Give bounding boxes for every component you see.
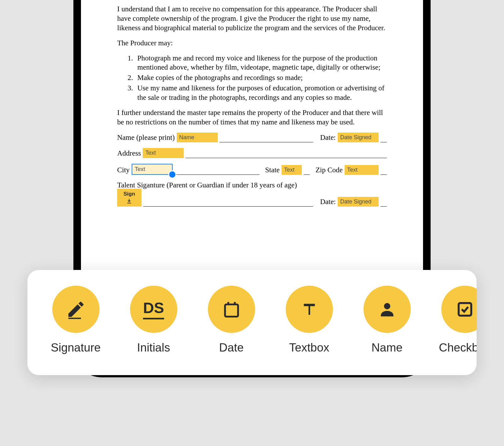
state-field-tag[interactable]: Text bbox=[282, 165, 302, 175]
name-underline bbox=[220, 142, 313, 142]
date-label: Date: bbox=[320, 133, 336, 142]
tool-label: Date bbox=[219, 341, 243, 354]
paragraph-producer-may: The Producer may: bbox=[117, 38, 387, 48]
zip-label: Zip Code bbox=[316, 165, 343, 175]
tool-label: Checkbox bbox=[439, 341, 477, 354]
address-underline bbox=[186, 158, 387, 158]
person-icon bbox=[364, 286, 411, 333]
address-field-tag[interactable]: Text bbox=[143, 148, 184, 158]
signature-icon bbox=[52, 286, 100, 333]
selection-handle[interactable] bbox=[168, 170, 176, 179]
svg-rect-1 bbox=[225, 305, 238, 317]
tool-name[interactable]: Name bbox=[348, 286, 426, 354]
tool-label: Name bbox=[371, 341, 403, 354]
tool-textbox[interactable]: Textbox bbox=[270, 286, 348, 354]
zip-underline bbox=[381, 174, 387, 175]
tool-label: Textbox bbox=[289, 341, 329, 354]
field-toolbar[interactable]: Signature DS Initials Date Textbox Name … bbox=[27, 270, 477, 375]
date-underline bbox=[381, 142, 387, 142]
signature-underline bbox=[143, 206, 313, 207]
date2-underline bbox=[381, 206, 387, 207]
tool-label: Signature bbox=[51, 341, 100, 354]
tool-date[interactable]: Date bbox=[192, 286, 270, 354]
paragraph-master-tape: I further understand the master tape rem… bbox=[117, 108, 387, 127]
list-item: Use my name and likeness for the purpose… bbox=[135, 83, 387, 102]
tool-signature[interactable]: Signature bbox=[37, 286, 115, 354]
svg-point-2 bbox=[384, 303, 390, 309]
download-icon bbox=[123, 198, 135, 205]
city-field-tag-selected[interactable]: Text bbox=[132, 164, 173, 175]
form-row-address: Address Text bbox=[117, 148, 387, 158]
checkbox-icon bbox=[441, 286, 477, 333]
svg-rect-0 bbox=[68, 318, 81, 319]
date-signed2-field-tag[interactable]: Date Signed bbox=[338, 197, 379, 207]
date-signed-field-tag[interactable]: Date Signed bbox=[338, 133, 379, 142]
document-content[interactable]: I understand that I am to receive no com… bbox=[81, 0, 423, 225]
producer-rights-list: Photograph me and record my voice and li… bbox=[135, 54, 387, 102]
state-label: State bbox=[265, 165, 280, 175]
city-label: City bbox=[117, 165, 130, 175]
tool-checkbox[interactable]: Checkbox bbox=[426, 286, 477, 354]
city-underline bbox=[175, 174, 260, 175]
zip-field-tag[interactable]: Text bbox=[345, 165, 379, 175]
date2-label: Date: bbox=[320, 197, 336, 207]
state-underline bbox=[304, 174, 310, 175]
paragraph-compensation: I understand that I am to receive no com… bbox=[117, 4, 387, 33]
tool-initials[interactable]: DS Initials bbox=[115, 286, 192, 354]
calendar-icon bbox=[208, 286, 255, 333]
sign-field-tag[interactable]: Sign bbox=[117, 189, 141, 207]
sign-field-tag-label: Sign bbox=[123, 191, 135, 197]
city-field-tag-text: Text bbox=[135, 166, 145, 172]
tool-label: Initials bbox=[137, 341, 170, 354]
address-label: Address bbox=[117, 149, 141, 158]
name-field-tag[interactable]: Name bbox=[177, 133, 218, 142]
form-row-city-state-zip: City Text State Text Zip Code Text bbox=[117, 164, 387, 175]
list-item: Photograph me and record my voice and li… bbox=[135, 54, 387, 72]
text-icon bbox=[286, 286, 333, 333]
initials-text: DS bbox=[143, 299, 164, 319]
name-print-label: Name (please print) bbox=[117, 133, 175, 142]
list-item: Make copies of the photographs and recor… bbox=[135, 73, 387, 83]
form-row-signature: Sign Date: Date Signed bbox=[117, 189, 387, 207]
form-row-name-date: Name (please print) Name Date: Date Sign… bbox=[117, 133, 387, 142]
initials-icon: DS bbox=[130, 286, 177, 333]
